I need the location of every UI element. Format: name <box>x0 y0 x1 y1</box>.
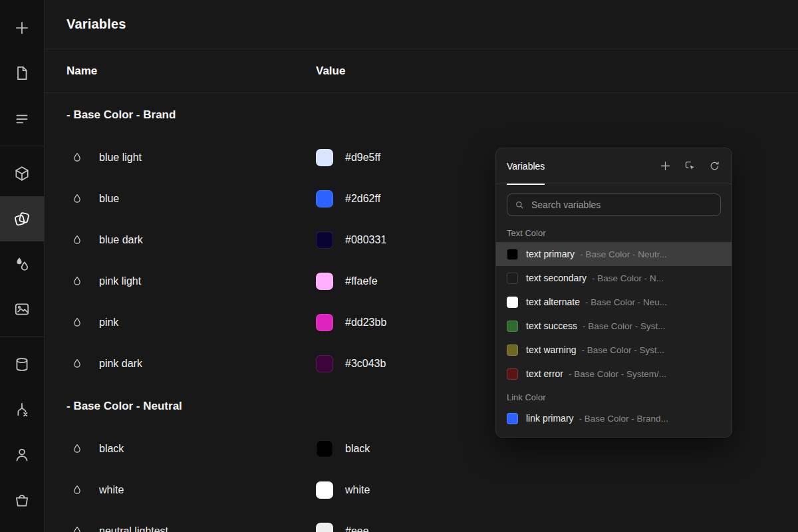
option-name: text alternate <box>526 297 580 307</box>
sidebar-item-commerce[interactable] <box>0 477 44 523</box>
page-header: Variables <box>45 0 798 49</box>
sidebar-item-layers[interactable] <box>0 96 44 141</box>
option-name: link primary <box>526 413 574 424</box>
sidebar-item-users[interactable] <box>0 432 44 477</box>
option-description: - Base Color - Syst... <box>581 345 664 355</box>
variable-row[interactable]: white white <box>45 469 798 511</box>
color-swatch[interactable] <box>316 149 333 166</box>
droplet-icon <box>71 358 83 370</box>
search-box[interactable] <box>507 194 721 216</box>
variable-name: neutral lightest <box>99 525 168 532</box>
sidebar-item-colors[interactable] <box>0 241 44 287</box>
popup-actions <box>659 160 721 172</box>
variable-value: black <box>345 443 370 455</box>
option-description: - Base Color - Neu... <box>585 297 667 307</box>
color-swatch[interactable] <box>316 231 333 249</box>
color-swatch[interactable] <box>316 481 333 499</box>
color-swatch[interactable] <box>316 273 333 290</box>
droplet-icon <box>71 275 83 287</box>
option-description: - Base Color - Syst... <box>583 321 666 331</box>
option-name: text success <box>526 321 577 331</box>
color-swatch[interactable] <box>316 190 333 207</box>
variable-option[interactable]: text success - Base Color - Syst... <box>496 314 732 338</box>
insert-cursor-icon[interactable] <box>684 160 696 172</box>
variable-name: blue light <box>99 152 142 164</box>
droplet-icon <box>71 443 83 455</box>
tab-variables[interactable]: Variables <box>507 148 545 184</box>
table-header: Name Value <box>45 49 798 93</box>
variable-option[interactable]: text alternate - Base Color - Neu... <box>496 290 732 314</box>
sidebar-divider <box>0 336 44 337</box>
color-swatch <box>507 249 518 260</box>
node-x-icon <box>13 401 31 418</box>
sidebar-item-add[interactable] <box>0 5 44 51</box>
droplet-icon <box>71 152 83 164</box>
list-icon <box>13 110 31 127</box>
variable-value: white <box>345 484 370 496</box>
column-header-value: Value <box>316 65 345 78</box>
group-label: Text Color <box>496 221 732 242</box>
sidebar-divider <box>0 146 44 146</box>
variable-value: #3c043b <box>345 358 386 370</box>
variable-name: pink dark <box>99 358 142 370</box>
variable-name: pink <box>99 317 118 329</box>
option-name: text error <box>526 368 563 379</box>
variable-name: pink light <box>99 275 141 287</box>
page-icon <box>13 65 31 82</box>
droplet-icon <box>71 234 83 246</box>
variable-value: #eee <box>345 525 369 532</box>
sidebar-item-cms[interactable] <box>0 342 44 387</box>
search-container <box>496 184 732 221</box>
sidebar-item-pages[interactable] <box>0 51 44 96</box>
sidebar-item-components[interactable] <box>0 151 44 196</box>
variable-option[interactable]: text warning - Base Color - Syst... <box>496 338 732 362</box>
popup-header: Variables <box>496 148 732 184</box>
color-swatch[interactable] <box>316 314 333 331</box>
color-swatch <box>507 413 518 424</box>
variable-option[interactable]: text error - Base Color - System/... <box>496 362 732 386</box>
variable-value: #080331 <box>345 234 386 246</box>
search-icon <box>514 200 525 210</box>
sidebar-item-assets[interactable] <box>0 287 44 332</box>
group-label: Link Color <box>496 386 732 406</box>
droplet-icon <box>71 317 83 329</box>
option-description: - Base Color - N... <box>592 273 664 283</box>
variable-name: blue <box>99 193 119 205</box>
section-heading: - Base Color - Brand <box>45 93 798 137</box>
sidebar-item-integrations[interactable] <box>0 387 44 432</box>
variable-value: #2d62ff <box>345 193 380 205</box>
variable-name: black <box>99 443 124 455</box>
plus-icon[interactable] <box>659 160 672 172</box>
option-description: - Base Color - Neutr... <box>580 249 667 259</box>
variable-option[interactable]: text secondary - Base Color - N... <box>496 266 732 290</box>
sidebar-item-styles[interactable] <box>0 196 44 241</box>
person-icon <box>13 446 31 464</box>
variable-option[interactable]: text primary - Base Color - Neutr... <box>496 242 732 266</box>
variable-option[interactable]: link primary - Base Color - Brand... <box>496 406 732 430</box>
variables-popup: Variables Text Color text primary - Base… <box>495 148 732 438</box>
styles-icon <box>13 210 31 227</box>
option-name: text secondary <box>526 273 587 283</box>
option-description: - Base Color - Brand... <box>579 414 668 424</box>
color-swatch[interactable] <box>316 440 333 458</box>
sync-icon[interactable] <box>708 160 721 172</box>
droplet-icon <box>71 193 83 205</box>
variable-name: white <box>99 484 124 496</box>
color-swatch[interactable] <box>316 355 333 372</box>
variable-name: blue dark <box>99 234 143 246</box>
page-title: Variables <box>66 17 126 32</box>
option-name: text primary <box>526 249 575 259</box>
color-swatch <box>507 344 518 356</box>
droplets-icon <box>13 255 31 273</box>
variable-value: #dd23bb <box>345 317 386 329</box>
variable-row[interactable]: neutral lightest #eee <box>45 511 798 532</box>
app-sidebar <box>0 0 45 532</box>
droplet-icon <box>71 484 83 496</box>
cube-icon <box>13 165 31 182</box>
bag-icon <box>13 491 31 509</box>
search-input[interactable] <box>530 199 714 211</box>
option-description: - Base Color - System/... <box>569 369 666 379</box>
color-swatch[interactable] <box>316 523 333 532</box>
option-name: text warning <box>526 344 576 355</box>
database-icon <box>13 356 31 373</box>
